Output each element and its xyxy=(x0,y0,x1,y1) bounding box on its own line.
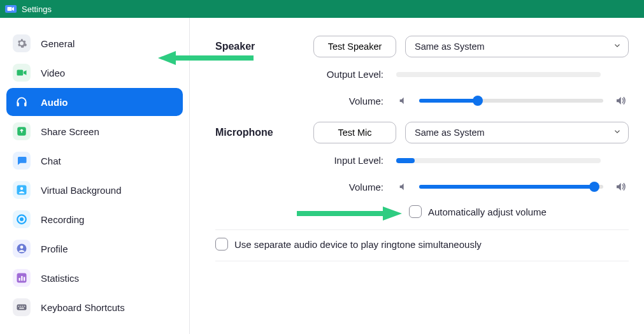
auto-adjust-volume-row: Automatically adjust volume xyxy=(409,205,629,218)
sidebar-item-label: Statistics xyxy=(41,273,79,284)
titlebar: Settings xyxy=(0,0,644,18)
speaker-volume-slider[interactable] xyxy=(419,95,603,106)
chevron-down-icon xyxy=(613,41,622,52)
sidebar-item-virtual-background[interactable]: Virtual Background xyxy=(6,176,183,204)
volume-high-icon xyxy=(612,95,629,106)
separate-audio-device-label: Use separate audio device to play ringto… xyxy=(234,239,482,250)
test-mic-button[interactable]: Test Mic xyxy=(313,122,396,143)
speaker-volume-row: Volume: xyxy=(215,95,629,106)
sidebar-item-label: Video xyxy=(41,68,65,78)
svg-rect-1 xyxy=(17,70,24,76)
sidebar-item-share-screen[interactable]: Share Screen xyxy=(6,117,183,145)
svg-rect-18 xyxy=(22,306,24,307)
avatar-icon xyxy=(13,240,31,258)
svg-rect-20 xyxy=(19,308,24,309)
section-divider xyxy=(215,229,629,230)
svg-rect-14 xyxy=(24,277,25,281)
mic-input-level xyxy=(396,158,601,163)
volume-low-icon xyxy=(396,96,410,106)
record-icon xyxy=(13,210,31,228)
mic-device-value: Same as System xyxy=(415,127,485,138)
separate-audio-device-checkbox[interactable] xyxy=(215,238,228,250)
sidebar-item-video[interactable]: Video xyxy=(6,59,183,87)
settings-sidebar: GeneralVideoAudioShare ScreenChatVirtual… xyxy=(0,18,190,334)
chat-icon xyxy=(13,152,31,170)
sidebar-item-audio[interactable]: Audio xyxy=(6,88,183,116)
svg-rect-16 xyxy=(18,306,20,307)
mic-volume-row: Volume: xyxy=(215,181,629,192)
sidebar-item-label: General xyxy=(41,38,75,49)
sidebar-item-statistics[interactable]: Statistics xyxy=(6,264,183,292)
sidebar-item-label: Profile xyxy=(41,243,68,254)
svg-rect-3 xyxy=(24,103,26,106)
output-level-label: Output Level: xyxy=(215,69,387,80)
stats-icon xyxy=(13,269,31,287)
svg-rect-17 xyxy=(20,306,22,307)
sidebar-item-general[interactable]: General xyxy=(6,29,183,57)
input-level-label: Input Level: xyxy=(215,155,387,166)
sidebar-item-keyboard-shortcuts[interactable]: Keyboard Shortcuts xyxy=(6,293,183,321)
auto-adjust-volume-label: Automatically adjust volume xyxy=(428,207,547,217)
sidebar-item-label: Keyboard Shortcuts xyxy=(41,302,125,313)
keyboard-icon xyxy=(13,298,31,316)
speaker-device-value: Same as System xyxy=(415,41,485,52)
speaker-device-select[interactable]: Same as System xyxy=(405,36,629,57)
test-speaker-button[interactable]: Test Speaker xyxy=(313,36,396,57)
annotation-arrow-auto-adjust xyxy=(297,204,405,223)
person-bg-icon xyxy=(13,181,31,199)
sidebar-item-chat[interactable]: Chat xyxy=(6,147,183,175)
speaker-label: Speaker xyxy=(215,41,304,52)
sidebar-item-recording[interactable]: Recording xyxy=(6,205,183,233)
svg-rect-19 xyxy=(24,306,25,307)
sidebar-item-label: Share Screen xyxy=(41,126,99,137)
svg-point-6 xyxy=(20,187,24,191)
chevron-down-icon xyxy=(613,127,622,138)
sidebar-item-label: Chat xyxy=(41,156,61,166)
mic-volume-slider[interactable] xyxy=(419,181,603,192)
mic-input-level-row: Input Level: xyxy=(215,155,629,166)
svg-point-10 xyxy=(20,245,24,249)
svg-rect-12 xyxy=(19,278,20,281)
volume-high-icon xyxy=(612,181,629,192)
svg-rect-0 xyxy=(8,7,12,11)
microphone-row: Microphone Test Mic Same as System xyxy=(215,122,629,143)
sidebar-item-profile[interactable]: Profile xyxy=(6,235,183,263)
app-icon xyxy=(5,5,17,13)
svg-point-8 xyxy=(20,217,24,221)
microphone-label: Microphone xyxy=(215,127,304,138)
auto-adjust-volume-checkbox[interactable] xyxy=(409,205,422,218)
video-icon xyxy=(13,64,31,82)
mic-device-select[interactable]: Same as System xyxy=(405,122,629,143)
volume-low-icon xyxy=(396,182,410,192)
share-icon xyxy=(13,122,31,140)
svg-rect-2 xyxy=(17,103,19,106)
gear-icon xyxy=(13,34,31,52)
mic-volume-label: Volume: xyxy=(215,182,387,192)
sidebar-item-label: Virtual Background xyxy=(41,185,121,196)
sidebar-item-label: Recording xyxy=(41,214,84,225)
speaker-output-level xyxy=(396,72,601,77)
separate-audio-device-row: Use separate audio device to play ringto… xyxy=(215,238,629,250)
speaker-volume-label: Volume: xyxy=(215,96,387,106)
svg-rect-15 xyxy=(17,305,27,310)
svg-marker-24 xyxy=(383,207,402,221)
speaker-row: Speaker Test Speaker Same as System xyxy=(215,36,629,57)
svg-rect-13 xyxy=(21,276,22,281)
audio-settings-panel: Speaker Test Speaker Same as System Outp… xyxy=(190,18,644,334)
section-divider xyxy=(215,261,629,261)
speaker-output-level-row: Output Level: xyxy=(215,69,629,80)
headphone-icon xyxy=(13,93,31,111)
sidebar-item-label: Audio xyxy=(41,97,68,108)
window-title: Settings xyxy=(22,4,52,14)
